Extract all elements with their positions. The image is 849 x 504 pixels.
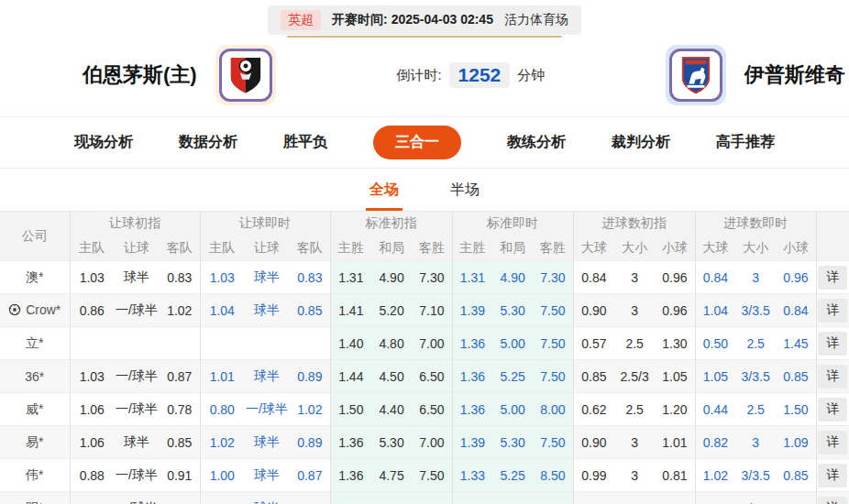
odds-cell[interactable]: 2.5: [735, 327, 776, 360]
odds-cell[interactable]: 球半: [244, 261, 290, 294]
odds-cell[interactable]: 1.33: [452, 459, 492, 492]
nav-tab[interactable]: 三合一: [373, 126, 461, 159]
odds-cell[interactable]: 球半: [244, 459, 290, 492]
odds-cell[interactable]: 1.45: [776, 327, 816, 360]
odds-cell[interactable]: 1.39: [452, 426, 492, 459]
odds-cell[interactable]: 5.25: [492, 360, 533, 393]
odds-cell[interactable]: 0.44: [695, 393, 735, 426]
odds-cell[interactable]: 1.00: [200, 459, 244, 492]
odds-cell[interactable]: 7.50: [533, 426, 573, 459]
sub-tab[interactable]: 全场: [366, 181, 402, 211]
detail-button[interactable]: 详: [818, 431, 847, 455]
odds-cell[interactable]: 1.02: [200, 492, 244, 504]
odds-cell[interactable]: 0.85: [776, 360, 816, 393]
nav-tab[interactable]: 现场分析: [74, 126, 133, 159]
odds-cell[interactable]: 2.5: [735, 393, 776, 426]
odds-cell[interactable]: 1.02: [695, 459, 735, 492]
odds-cell[interactable]: 球半: [244, 492, 290, 504]
odds-cell[interactable]: 1.50: [776, 393, 816, 426]
detail-button[interactable]: 详: [818, 365, 847, 389]
odds-cell: 1.03: [70, 360, 114, 393]
odds-cell[interactable]: 1.01: [200, 360, 244, 393]
odds-cell[interactable]: 5.00: [492, 327, 533, 360]
odds-cell[interactable]: 5.30: [492, 426, 533, 459]
detail-button[interactable]: 详: [818, 398, 847, 422]
sub-tab[interactable]: 半场: [447, 181, 483, 211]
odds-cell[interactable]: 1.02: [290, 393, 330, 426]
odds-cell[interactable]: 球半: [244, 294, 290, 327]
odds-cell[interactable]: 1.39: [452, 294, 492, 327]
odds-cell[interactable]: 1.36: [452, 393, 492, 426]
odds-cell[interactable]: 球半: [244, 360, 290, 393]
odds-cell[interactable]: 1.09: [776, 426, 816, 459]
odds-cell[interactable]: 1.36: [452, 327, 492, 360]
odds-cell[interactable]: 3/3.5: [735, 492, 776, 504]
odds-cell[interactable]: 3/3.5: [735, 294, 776, 327]
odds-cell[interactable]: 0.87: [290, 459, 330, 492]
odds-cell[interactable]: 1.04: [200, 294, 244, 327]
odds-cell[interactable]: 7.30: [533, 261, 573, 294]
odds-cell[interactable]: 0.84: [695, 261, 735, 294]
detail-cell: 详: [816, 426, 849, 459]
odds-cell[interactable]: 7.60: [533, 492, 573, 504]
company-name: 立*: [26, 335, 43, 352]
odds-cell[interactable]: 7.50: [533, 294, 573, 327]
odds-cell[interactable]: 3: [735, 261, 776, 294]
odds-cell[interactable]: 3: [735, 426, 776, 459]
odds-cell[interactable]: 0.85: [290, 294, 330, 327]
odds-cell[interactable]: 0.50: [695, 327, 735, 360]
odds-cell[interactable]: 7.50: [533, 360, 573, 393]
odds-cell[interactable]: 8.50: [533, 459, 573, 492]
nav-tab[interactable]: 裁判分析: [612, 126, 670, 159]
odds-cell: 1.44: [330, 360, 371, 393]
odds-cell: 一/球半: [114, 294, 160, 327]
odds-cell[interactable]: 0.89: [290, 426, 330, 459]
odds-cell[interactable]: 1.34: [452, 492, 492, 504]
odds-cell[interactable]: 5.00: [492, 393, 533, 426]
odds-cell[interactable]: 3/3.5: [735, 459, 776, 492]
odds-cell: 4.65: [371, 492, 412, 504]
odds-cell[interactable]: 0.86: [776, 492, 816, 504]
odds-cell[interactable]: 一/球半: [244, 393, 290, 426]
odds-cell[interactable]: 0.82: [695, 426, 735, 459]
odds-cell[interactable]: 1.02: [200, 426, 244, 459]
odds-cell: 1.06: [70, 393, 114, 426]
detail-button[interactable]: 详: [818, 266, 847, 290]
odds-cell: 0.99: [573, 459, 614, 492]
detail-button[interactable]: 详: [818, 332, 847, 356]
odds-cell[interactable]: 0.89: [290, 360, 330, 393]
odds-cell[interactable]: 1.36: [452, 360, 492, 393]
nav-tab[interactable]: 胜平负: [283, 126, 327, 159]
odds-cell[interactable]: 8.00: [533, 393, 573, 426]
detail-button[interactable]: 详: [818, 299, 847, 323]
odds-cell[interactable]: 4.90: [492, 261, 533, 294]
odds-cell[interactable]: 1.31: [452, 261, 492, 294]
odds-cell[interactable]: 7.50: [533, 327, 573, 360]
odds-cell[interactable]: 0.85: [776, 459, 816, 492]
nav-tab[interactable]: 数据分析: [179, 126, 237, 159]
detail-button[interactable]: 详: [818, 464, 847, 488]
odds-cell[interactable]: 0.84: [776, 294, 816, 327]
odds-cell[interactable]: 球半: [244, 426, 290, 459]
detail-button[interactable]: 详: [818, 497, 847, 504]
odds-cell[interactable]: 1.04: [695, 294, 735, 327]
nav-tab[interactable]: 教练分析: [507, 126, 566, 159]
odds-cell[interactable]: 5.00: [492, 492, 533, 504]
odds-cell: 0.85: [160, 426, 200, 459]
odds-cell[interactable]: 1.05: [695, 360, 735, 393]
detail-cell: 详: [816, 459, 849, 492]
detail-cell: 详: [816, 393, 849, 426]
odds-cell: 球半: [114, 261, 160, 294]
odds-cell[interactable]: 3/3.5: [735, 360, 776, 393]
football-icon: [8, 303, 21, 316]
odds-cell[interactable]: 1.02: [695, 492, 735, 504]
nav-tab[interactable]: 高手推荐: [716, 126, 775, 159]
odds-cell[interactable]: 0.80: [200, 393, 244, 426]
odds-cell[interactable]: 5.30: [492, 294, 533, 327]
odds-cell[interactable]: 0.96: [776, 261, 816, 294]
odds-cell: 0.57: [573, 327, 614, 360]
odds-cell[interactable]: 1.03: [200, 261, 244, 294]
odds-cell[interactable]: 5.25: [492, 459, 533, 492]
odds-cell[interactable]: 0.83: [290, 261, 330, 294]
odds-cell[interactable]: 0.88: [290, 492, 330, 504]
